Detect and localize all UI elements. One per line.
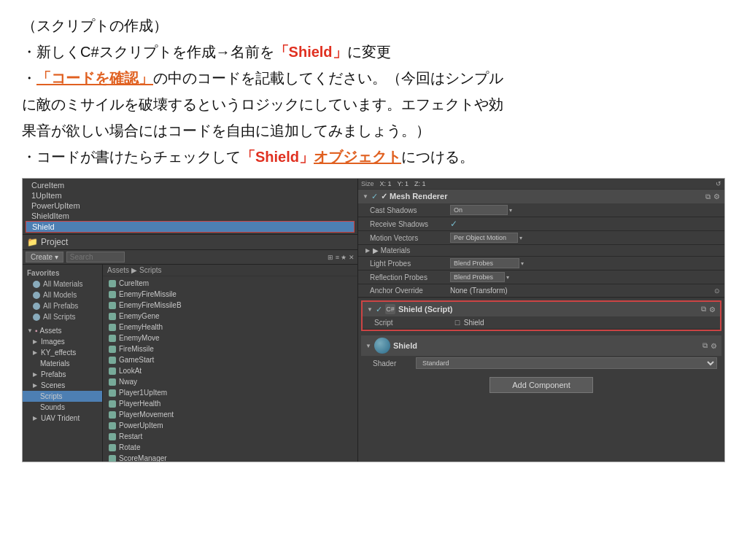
add-component-button[interactable]: Add Component: [489, 377, 593, 393]
script-checkbox-icon: ☐: [454, 319, 460, 327]
copy-icon[interactable]: ⧉: [701, 305, 706, 314]
script-enemymove[interactable]: EnemyMove: [103, 332, 357, 343]
script-check-icon: ✓: [376, 305, 382, 314]
shader-dropdown[interactable]: Standard Unlit/Color Unlit/Texture: [416, 357, 717, 369]
line-6: ・コードが書けたらチェックして「Shield」オブジェクトにつける。: [22, 144, 725, 169]
script-enemyfiremissile[interactable]: EnemyFireMissile: [103, 289, 357, 300]
folder-icon: 📁: [27, 237, 38, 247]
check-icon[interactable]: ✓: [371, 192, 378, 201]
gear-icon[interactable]: ⚙: [711, 342, 717, 350]
receive-shadows-checkbox[interactable]: ✓: [450, 219, 457, 229]
cast-shadows-label: Cast Shadows: [370, 206, 450, 214]
cast-shadows-dropdown[interactable]: On Off Two Sided Shadows Only: [450, 205, 508, 215]
tree-scripts[interactable]: Scripts: [23, 391, 102, 402]
shield-obj-icons: ⧉ ⚙: [703, 341, 717, 350]
script-nway[interactable]: Nway: [103, 376, 357, 387]
line2-prefix: ・新しくC#スクリプトを作成→名前を: [22, 44, 274, 60]
script-playerhealth[interactable]: PlayerHealth: [103, 398, 357, 409]
line-4: に敵のミサイルを破壊するというロジックにしています。エフェクトや効: [22, 92, 725, 117]
script-gamestart[interactable]: GameStart: [103, 354, 357, 365]
script-icon: [109, 368, 116, 375]
motion-vectors-dropdown-wrapper: Per Object Motion Camera Motion Force No…: [450, 233, 720, 243]
line3-orange: 「コードを確認」: [36, 70, 153, 86]
cast-shadows-row: Cast Shadows On Off Two Sided Shadows On…: [358, 203, 724, 217]
script-cureitem[interactable]: CureItem: [103, 278, 357, 289]
script-enemygene[interactable]: EnemyGene: [103, 311, 357, 322]
script-icon: [109, 433, 116, 440]
reflection-probes-dropdown-wrapper: Blend Probes Off Simple ▾: [450, 272, 720, 282]
tree-images[interactable]: ▶ Images: [23, 336, 102, 347]
script-playermovement[interactable]: PlayerMovement: [103, 409, 357, 420]
shield-script-header[interactable]: ▼ ✓ C# Shield (Script) ⧉ ⚙: [363, 302, 720, 316]
left-panel: CureItem 1UpItem PowerUpItem ShieldItem …: [23, 179, 358, 462]
script-enemyfiremissileb[interactable]: EnemyFireMissileB: [103, 300, 357, 311]
tree-ky-effects[interactable]: ▶ KY_effects: [23, 347, 102, 358]
shield-script-icons: ⧉ ⚙: [701, 305, 716, 314]
script-firemissile[interactable]: FireMissile: [103, 343, 357, 354]
script-icon: [109, 444, 116, 451]
copy-icon[interactable]: ⧉: [703, 341, 708, 350]
size-x: X: 1: [380, 180, 392, 187]
motion-vectors-label: Motion Vectors: [370, 234, 450, 242]
script-player1upitem[interactable]: Player1UpItem: [103, 387, 357, 398]
cast-shadows-dropdown-wrapper: On Off Two Sided Shadows Only ▾: [450, 205, 720, 215]
assets-label: Assets: [40, 327, 62, 335]
reset-icon[interactable]: ↺: [716, 180, 721, 187]
fav-all-prefabs[interactable]: All Prefabs: [23, 300, 102, 311]
copy-icon[interactable]: ⧉: [705, 192, 711, 201]
tree-scenes[interactable]: ▶ Scenes: [23, 380, 102, 391]
scripts-list: CureItem EnemyFireMissile EnemyFireMissi…: [103, 276, 357, 462]
tree-materials[interactable]: Materials: [23, 358, 102, 369]
fav-all-materials[interactable]: All Materials: [23, 279, 102, 289]
shield-obj-header[interactable]: ▼ Shield ⧉ ⚙: [361, 335, 721, 356]
breadcrumb-scripts: Scripts: [139, 266, 162, 274]
breadcrumb-assets: Assets: [107, 266, 129, 274]
search-input[interactable]: [66, 252, 125, 262]
tree-assets[interactable]: ▼ ▪ Assets: [23, 325, 102, 336]
reflection-probes-dropdown[interactable]: Blend Probes Off Simple: [450, 272, 505, 282]
motion-vectors-dropdown[interactable]: Per Object Motion Camera Motion Force No…: [450, 233, 518, 243]
script-icon: [109, 357, 116, 364]
shader-label: Shader: [373, 359, 413, 368]
shield-script-section: ▼ ✓ C# Shield (Script) ⧉ ⚙ Script ☐ Shie…: [361, 300, 721, 331]
hierarchy-item-shield[interactable]: Shield: [26, 221, 355, 233]
tree-sounds[interactable]: Sounds: [23, 402, 102, 413]
script-scoremanager[interactable]: ScoreManager: [103, 453, 357, 462]
materials-arrow-icon: ▶: [365, 247, 370, 254]
script-icon: [109, 411, 116, 419]
hierarchy-item-cureitem[interactable]: CureItem: [26, 180, 355, 190]
dropdown-arrow-icon: ▾: [506, 274, 509, 281]
favorites-panel: Favorites All Materials All Models All P…: [23, 265, 103, 462]
anchor-override-value: None (Transform): [450, 287, 714, 295]
shield-obj-title: Shield: [393, 341, 700, 350]
reflection-probes-label: Reflection Probes: [370, 273, 450, 281]
hierarchy-item-shielditem[interactable]: ShieldItem: [26, 211, 355, 221]
script-rotate[interactable]: Rotate: [103, 442, 357, 453]
hierarchy-item-powerupitem[interactable]: PowerUpItem: [26, 201, 355, 211]
dropdown-arrow-icon: ▾: [509, 207, 512, 214]
sounds-label: Sounds: [33, 403, 65, 411]
mesh-renderer-header[interactable]: ▼ ✓ ✓ Mesh Renderer ⧉ ⚙: [358, 190, 724, 203]
script-icon: [109, 324, 116, 331]
script-enemyhealth[interactable]: EnemyHealth: [103, 322, 357, 332]
materials-row[interactable]: ▶ ▶ Materials: [358, 245, 724, 257]
script-lookat[interactable]: LookAt: [103, 365, 357, 376]
gear-icon[interactable]: ⚙: [713, 192, 720, 201]
anchor-select-icon[interactable]: ⊙: [714, 287, 720, 295]
gear-icon[interactable]: ⚙: [709, 306, 716, 314]
fav-all-scripts[interactable]: All Scripts: [23, 311, 102, 322]
hierarchy-panel: CureItem 1UpItem PowerUpItem ShieldItem …: [23, 179, 357, 235]
hierarchy-item-1upitem[interactable]: 1UpItem: [26, 190, 355, 201]
script-restart[interactable]: Restart: [103, 431, 357, 442]
triangle-icon: ▶: [33, 338, 39, 345]
create-button[interactable]: Create ▾: [26, 252, 63, 262]
fav-all-models[interactable]: All Models: [23, 289, 102, 300]
line3-prefix: ・: [22, 70, 36, 86]
tree-prefabs[interactable]: ▶ Prefabs: [23, 369, 102, 380]
materials-label: Materials: [33, 359, 70, 368]
script-powerupitem[interactable]: PowerUpItem: [103, 420, 357, 431]
light-probes-dropdown[interactable]: Blend Probes Off Use Proxy Volume: [450, 258, 519, 268]
breadcrumb: Assets ▶ Scripts: [103, 265, 357, 276]
script-icon: [109, 335, 116, 342]
tree-uav-trident[interactable]: ▶ UAV Trident: [23, 413, 102, 424]
